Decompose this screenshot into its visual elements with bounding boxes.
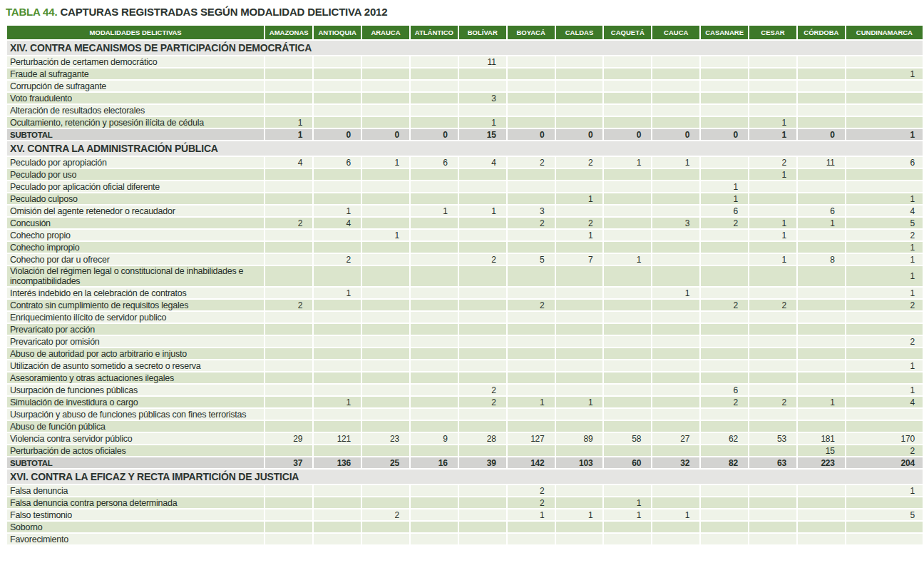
cell-value — [556, 385, 603, 395]
row-label: Soborno — [7, 522, 264, 532]
cell-value: 2 — [459, 397, 506, 407]
cell-value — [265, 534, 312, 544]
cell-value: 2 — [265, 218, 312, 228]
cell-value — [701, 69, 748, 79]
cell-value — [411, 218, 458, 228]
cell-value: 223 — [798, 457, 845, 468]
cell-value — [556, 421, 603, 432]
data-row: Peculado por uso1 — [7, 169, 923, 180]
cell-value — [701, 266, 748, 286]
cell-value: 1 — [556, 230, 603, 240]
cell-value — [508, 169, 555, 180]
row-label: Perturbación de actos oficiales — [7, 445, 264, 456]
cell-value — [314, 348, 361, 359]
cell-value — [652, 254, 699, 265]
cell-value — [652, 181, 699, 192]
cell-value — [749, 69, 796, 79]
cell-value — [701, 288, 748, 298]
cell-value — [652, 81, 699, 91]
cell-value — [459, 81, 506, 91]
cell-value — [411, 69, 458, 79]
cell-value — [411, 409, 458, 420]
cell-value: 39 — [459, 457, 506, 468]
cell-value — [556, 445, 603, 456]
cell-value: 103 — [556, 457, 603, 468]
cell-value — [604, 300, 651, 310]
cell-value — [652, 56, 699, 67]
cell-value — [652, 300, 699, 310]
cell-value — [362, 169, 409, 180]
cell-value — [604, 409, 651, 420]
cell-value — [604, 81, 651, 91]
cell-value: 2 — [701, 300, 748, 310]
row-label: SUBTOTAL — [7, 457, 264, 468]
cell-value — [411, 522, 458, 532]
cell-value — [701, 93, 748, 103]
cell-value — [846, 534, 923, 544]
cell-value — [798, 169, 845, 180]
cell-value: 4 — [265, 157, 312, 168]
cell-value — [411, 117, 458, 128]
cell-value — [508, 117, 555, 128]
cell-value — [556, 312, 603, 323]
cell-value — [508, 105, 555, 116]
cell-value — [314, 509, 361, 520]
section-header-row: XVI. CONTRA LA EFICAZ Y RECTA IMPARTICIÓ… — [7, 470, 923, 484]
cell-value — [604, 360, 651, 371]
cell-value: 2 — [749, 300, 796, 310]
cell-value — [362, 266, 409, 286]
cell-value: 6 — [701, 385, 748, 395]
cell-value — [604, 336, 651, 347]
cell-value — [701, 242, 748, 253]
cell-value — [701, 421, 748, 432]
row-label: Contrato sin cumplimiento de requisitos … — [7, 300, 264, 310]
cell-value — [701, 372, 748, 383]
cell-value — [846, 312, 923, 323]
cell-value: 1 — [362, 157, 409, 168]
cell-value: 0 — [508, 129, 555, 140]
data-row: Cohecho propio1112 — [7, 230, 923, 240]
data-row: Falsa denuncia21 — [7, 485, 923, 496]
cell-value — [459, 181, 506, 192]
data-row: Cohecho por dar u ofrecer22571181 — [7, 254, 923, 265]
cell-value: 1 — [846, 485, 923, 496]
department-column-header: ATLÁNTICO — [411, 26, 458, 39]
cell-value — [701, 254, 748, 265]
cell-value — [652, 360, 699, 371]
cell-value — [411, 360, 458, 371]
cell-value — [265, 397, 312, 407]
cell-value — [314, 181, 361, 192]
cell-value — [652, 117, 699, 128]
cell-value — [798, 336, 845, 347]
cell-value — [459, 497, 506, 508]
cell-value — [508, 336, 555, 347]
cell-value — [265, 336, 312, 347]
cell-value — [798, 409, 845, 420]
cell-value — [798, 242, 845, 253]
cell-value — [556, 372, 603, 383]
cell-value — [556, 206, 603, 216]
cell-value — [314, 266, 361, 286]
cell-value — [652, 348, 699, 359]
cell-value — [846, 81, 923, 91]
cell-value — [411, 181, 458, 192]
cell-value — [652, 409, 699, 420]
cell-value — [556, 266, 603, 286]
cell-value: 2 — [846, 445, 923, 456]
department-column-header: CALDAS — [556, 26, 603, 39]
cell-value: 0 — [652, 129, 699, 140]
cell-value: 5 — [508, 254, 555, 265]
cell-value — [459, 218, 506, 228]
cell-value — [265, 230, 312, 240]
cell-value — [846, 181, 923, 192]
row-label: Violencia contra servidor público — [7, 433, 264, 444]
cell-value — [556, 81, 603, 91]
cell-value — [749, 534, 796, 544]
cell-value — [314, 117, 361, 128]
cell-value — [411, 56, 458, 67]
row-label: Interés indebido en la celebración de co… — [7, 288, 264, 298]
cell-value — [459, 242, 506, 253]
cell-value — [701, 360, 748, 371]
cell-value — [652, 206, 699, 216]
row-label: Voto fraudulento — [7, 93, 264, 103]
